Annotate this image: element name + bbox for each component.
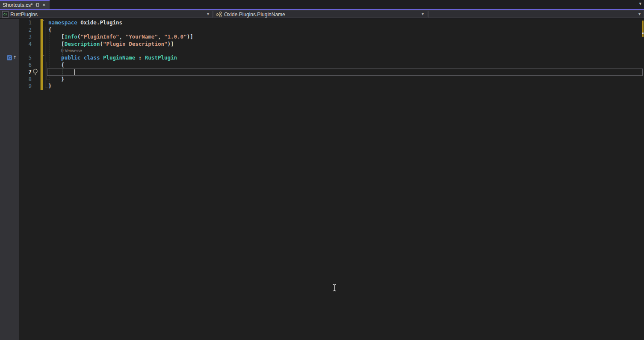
line-number: 3 xyxy=(0,33,32,40)
code-editor[interactable]: 1˅namespace Oxide.Plugins2{3 [Info("Plug… xyxy=(0,19,644,340)
mouse-cursor-ibeam xyxy=(332,284,337,293)
close-icon[interactable]: ✕ xyxy=(41,2,47,8)
scrollbar-caret-marker xyxy=(642,33,644,34)
vertical-scrollbar[interactable] xyxy=(641,19,644,340)
chevron-down-icon[interactable]: ▾ xyxy=(422,12,424,16)
codelens-row: 0 Verweise xyxy=(0,48,644,54)
code-line-9[interactable]: 9} xyxy=(0,83,644,90)
type-dropdown[interactable]: Oxide.Plugins.PluginName ▾ xyxy=(214,11,427,18)
line-number: 6 xyxy=(0,62,32,68)
fold-chevron-icon[interactable]: ˅ xyxy=(42,54,45,60)
vs-editor-window: Shortcuts.cs* ✕ ▾ C# RustPlugins ▾ xyxy=(0,0,644,340)
code-text: } xyxy=(48,76,65,82)
code-line-7[interactable]: 7 xyxy=(0,69,644,76)
csharp-project-icon: C# xyxy=(2,11,9,18)
code-line-2[interactable]: 2{ xyxy=(0,27,644,34)
member-dropdown[interactable]: ▾ xyxy=(428,11,644,18)
code-text: [Info("PluginInfo", "YourName", "1.0.0")… xyxy=(48,33,193,40)
code-line-1[interactable]: 1˅namespace Oxide.Plugins xyxy=(0,19,644,27)
code-text: { xyxy=(48,27,52,33)
code-line-8[interactable]: 8 } xyxy=(0,76,644,83)
code-text: namespace Oxide.Plugins xyxy=(48,19,122,26)
code-text: [Description("Plugin Description")] xyxy=(48,41,174,47)
type-dropdown-label: Oxide.Plugins.PluginName xyxy=(224,12,285,18)
marker-circle-icon xyxy=(7,55,12,60)
code-text: public class PluginName : RustPlugin xyxy=(48,54,177,61)
code-text: { xyxy=(48,62,65,68)
document-tab-bar: Shortcuts.cs* ✕ ▾ xyxy=(0,0,644,9)
line-number: 4 xyxy=(0,41,32,47)
line-number: 2 xyxy=(0,27,32,33)
arrow-up-icon: ↑ xyxy=(13,55,17,60)
fold-chevron-icon[interactable]: ˅ xyxy=(42,19,45,25)
code-line-3[interactable]: 3 [Info("PluginInfo", "YourName", "1.0.0… xyxy=(0,33,644,41)
tab-title: Shortcuts.cs* xyxy=(3,2,32,8)
chevron-down-icon[interactable]: ▾ xyxy=(207,12,209,16)
codelens-references[interactable]: 0 Verweise xyxy=(61,48,82,53)
project-dropdown[interactable]: C# RustPlugins ▾ xyxy=(0,11,213,18)
tab-list-dropdown-icon[interactable]: ▾ xyxy=(639,1,641,6)
chevron-down-icon[interactable]: ▾ xyxy=(638,12,641,16)
pin-icon[interactable] xyxy=(34,2,40,8)
tab-shortcuts-cs[interactable]: Shortcuts.cs* ✕ xyxy=(0,0,50,9)
code-lines: 1˅namespace Oxide.Plugins2{3 [Info("Plug… xyxy=(0,19,644,90)
navigation-bar: C# RustPlugins ▾ Oxide.Plugins.PluginNam… xyxy=(0,10,644,19)
class-icon xyxy=(216,12,222,17)
lightbulb-icon[interactable] xyxy=(32,69,38,77)
project-dropdown-label: RustPlugins xyxy=(10,12,38,18)
code-text: } xyxy=(48,83,52,89)
line-number: 8 xyxy=(0,76,32,82)
line-number: 1 xyxy=(0,19,32,26)
code-line-5[interactable]: 5˅ public class PluginName : RustPlugin xyxy=(0,54,644,62)
code-line-6[interactable]: 6 { xyxy=(0,62,644,69)
margin-marker-line5[interactable]: ↑ xyxy=(7,55,17,60)
scrollbar-change-marker xyxy=(642,21,644,37)
line-number: 9 xyxy=(0,83,32,89)
code-line-4[interactable]: 4 [Description("Plugin Description")] xyxy=(0,41,644,48)
line-number: 7 xyxy=(0,69,32,75)
